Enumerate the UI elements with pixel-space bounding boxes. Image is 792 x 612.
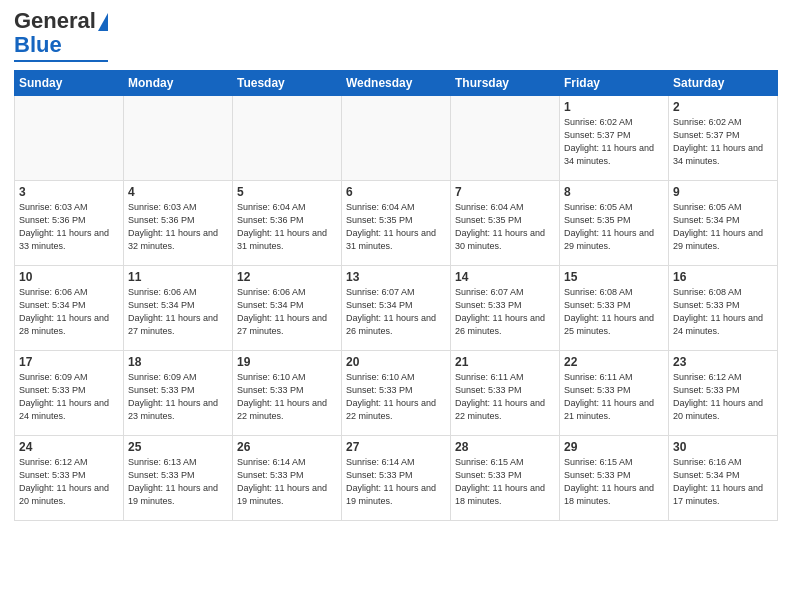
calendar-header-row: SundayMondayTuesdayWednesdayThursdayFrid…	[15, 71, 778, 96]
calendar-cell: 7Sunrise: 6:04 AMSunset: 5:35 PMDaylight…	[451, 181, 560, 266]
day-number: 30	[673, 440, 773, 454]
day-info: Sunrise: 6:03 AMSunset: 5:36 PMDaylight:…	[128, 201, 228, 253]
day-info: Sunrise: 6:06 AMSunset: 5:34 PMDaylight:…	[19, 286, 119, 338]
calendar-week-2: 3Sunrise: 6:03 AMSunset: 5:36 PMDaylight…	[15, 181, 778, 266]
day-info: Sunrise: 6:12 AMSunset: 5:33 PMDaylight:…	[19, 456, 119, 508]
calendar-cell	[451, 96, 560, 181]
day-info: Sunrise: 6:15 AMSunset: 5:33 PMDaylight:…	[455, 456, 555, 508]
calendar-cell	[124, 96, 233, 181]
calendar-cell	[233, 96, 342, 181]
weekday-header-monday: Monday	[124, 71, 233, 96]
day-number: 28	[455, 440, 555, 454]
header: General Blue	[14, 10, 778, 62]
day-info: Sunrise: 6:12 AMSunset: 5:33 PMDaylight:…	[673, 371, 773, 423]
day-info: Sunrise: 6:11 AMSunset: 5:33 PMDaylight:…	[564, 371, 664, 423]
day-number: 11	[128, 270, 228, 284]
calendar-cell: 20Sunrise: 6:10 AMSunset: 5:33 PMDayligh…	[342, 351, 451, 436]
calendar-cell: 21Sunrise: 6:11 AMSunset: 5:33 PMDayligh…	[451, 351, 560, 436]
day-number: 25	[128, 440, 228, 454]
calendar-cell: 3Sunrise: 6:03 AMSunset: 5:36 PMDaylight…	[15, 181, 124, 266]
weekday-header-friday: Friday	[560, 71, 669, 96]
calendar-cell: 24Sunrise: 6:12 AMSunset: 5:33 PMDayligh…	[15, 436, 124, 521]
day-info: Sunrise: 6:11 AMSunset: 5:33 PMDaylight:…	[455, 371, 555, 423]
day-info: Sunrise: 6:06 AMSunset: 5:34 PMDaylight:…	[128, 286, 228, 338]
day-info: Sunrise: 6:04 AMSunset: 5:35 PMDaylight:…	[346, 201, 446, 253]
day-number: 2	[673, 100, 773, 114]
day-number: 29	[564, 440, 664, 454]
day-number: 8	[564, 185, 664, 199]
calendar-cell	[342, 96, 451, 181]
calendar-cell: 14Sunrise: 6:07 AMSunset: 5:33 PMDayligh…	[451, 266, 560, 351]
day-number: 10	[19, 270, 119, 284]
calendar-cell: 11Sunrise: 6:06 AMSunset: 5:34 PMDayligh…	[124, 266, 233, 351]
day-number: 3	[19, 185, 119, 199]
day-info: Sunrise: 6:10 AMSunset: 5:33 PMDaylight:…	[237, 371, 337, 423]
day-info: Sunrise: 6:16 AMSunset: 5:34 PMDaylight:…	[673, 456, 773, 508]
day-info: Sunrise: 6:15 AMSunset: 5:33 PMDaylight:…	[564, 456, 664, 508]
page: General Blue SundayMondayTuesdayWednesda…	[0, 0, 792, 529]
day-number: 9	[673, 185, 773, 199]
day-number: 4	[128, 185, 228, 199]
day-number: 19	[237, 355, 337, 369]
calendar-cell: 28Sunrise: 6:15 AMSunset: 5:33 PMDayligh…	[451, 436, 560, 521]
day-number: 22	[564, 355, 664, 369]
calendar-cell: 16Sunrise: 6:08 AMSunset: 5:33 PMDayligh…	[669, 266, 778, 351]
day-number: 13	[346, 270, 446, 284]
day-number: 18	[128, 355, 228, 369]
day-info: Sunrise: 6:10 AMSunset: 5:33 PMDaylight:…	[346, 371, 446, 423]
day-info: Sunrise: 6:05 AMSunset: 5:35 PMDaylight:…	[564, 201, 664, 253]
calendar-cell: 18Sunrise: 6:09 AMSunset: 5:33 PMDayligh…	[124, 351, 233, 436]
calendar-cell: 25Sunrise: 6:13 AMSunset: 5:33 PMDayligh…	[124, 436, 233, 521]
day-number: 26	[237, 440, 337, 454]
day-number: 6	[346, 185, 446, 199]
weekday-header-saturday: Saturday	[669, 71, 778, 96]
calendar-cell: 12Sunrise: 6:06 AMSunset: 5:34 PMDayligh…	[233, 266, 342, 351]
calendar-cell: 27Sunrise: 6:14 AMSunset: 5:33 PMDayligh…	[342, 436, 451, 521]
day-number: 20	[346, 355, 446, 369]
calendar-cell: 5Sunrise: 6:04 AMSunset: 5:36 PMDaylight…	[233, 181, 342, 266]
day-number: 12	[237, 270, 337, 284]
calendar-cell	[15, 96, 124, 181]
day-number: 23	[673, 355, 773, 369]
day-info: Sunrise: 6:14 AMSunset: 5:33 PMDaylight:…	[346, 456, 446, 508]
day-number: 17	[19, 355, 119, 369]
weekday-header-wednesday: Wednesday	[342, 71, 451, 96]
logo: General Blue	[14, 10, 108, 62]
calendar-cell: 22Sunrise: 6:11 AMSunset: 5:33 PMDayligh…	[560, 351, 669, 436]
calendar-week-1: 1Sunrise: 6:02 AMSunset: 5:37 PMDaylight…	[15, 96, 778, 181]
day-info: Sunrise: 6:05 AMSunset: 5:34 PMDaylight:…	[673, 201, 773, 253]
calendar-cell: 23Sunrise: 6:12 AMSunset: 5:33 PMDayligh…	[669, 351, 778, 436]
calendar-week-3: 10Sunrise: 6:06 AMSunset: 5:34 PMDayligh…	[15, 266, 778, 351]
day-info: Sunrise: 6:09 AMSunset: 5:33 PMDaylight:…	[128, 371, 228, 423]
calendar-cell: 29Sunrise: 6:15 AMSunset: 5:33 PMDayligh…	[560, 436, 669, 521]
calendar-cell: 2Sunrise: 6:02 AMSunset: 5:37 PMDaylight…	[669, 96, 778, 181]
day-number: 27	[346, 440, 446, 454]
logo-triangle-icon	[98, 13, 108, 31]
calendar-cell: 13Sunrise: 6:07 AMSunset: 5:34 PMDayligh…	[342, 266, 451, 351]
day-info: Sunrise: 6:07 AMSunset: 5:34 PMDaylight:…	[346, 286, 446, 338]
day-info: Sunrise: 6:04 AMSunset: 5:35 PMDaylight:…	[455, 201, 555, 253]
calendar-cell: 9Sunrise: 6:05 AMSunset: 5:34 PMDaylight…	[669, 181, 778, 266]
day-number: 1	[564, 100, 664, 114]
day-info: Sunrise: 6:13 AMSunset: 5:33 PMDaylight:…	[128, 456, 228, 508]
day-number: 21	[455, 355, 555, 369]
calendar-week-5: 24Sunrise: 6:12 AMSunset: 5:33 PMDayligh…	[15, 436, 778, 521]
calendar: SundayMondayTuesdayWednesdayThursdayFrid…	[14, 70, 778, 521]
day-info: Sunrise: 6:09 AMSunset: 5:33 PMDaylight:…	[19, 371, 119, 423]
day-number: 16	[673, 270, 773, 284]
day-number: 14	[455, 270, 555, 284]
day-info: Sunrise: 6:03 AMSunset: 5:36 PMDaylight:…	[19, 201, 119, 253]
weekday-header-tuesday: Tuesday	[233, 71, 342, 96]
calendar-cell: 4Sunrise: 6:03 AMSunset: 5:36 PMDaylight…	[124, 181, 233, 266]
day-info: Sunrise: 6:02 AMSunset: 5:37 PMDaylight:…	[564, 116, 664, 168]
calendar-cell: 8Sunrise: 6:05 AMSunset: 5:35 PMDaylight…	[560, 181, 669, 266]
calendar-cell: 1Sunrise: 6:02 AMSunset: 5:37 PMDaylight…	[560, 96, 669, 181]
day-info: Sunrise: 6:06 AMSunset: 5:34 PMDaylight:…	[237, 286, 337, 338]
calendar-cell: 19Sunrise: 6:10 AMSunset: 5:33 PMDayligh…	[233, 351, 342, 436]
calendar-cell: 15Sunrise: 6:08 AMSunset: 5:33 PMDayligh…	[560, 266, 669, 351]
logo-general: General	[14, 10, 96, 32]
calendar-cell: 17Sunrise: 6:09 AMSunset: 5:33 PMDayligh…	[15, 351, 124, 436]
logo-blue-text: Blue	[14, 32, 62, 58]
day-info: Sunrise: 6:07 AMSunset: 5:33 PMDaylight:…	[455, 286, 555, 338]
day-info: Sunrise: 6:14 AMSunset: 5:33 PMDaylight:…	[237, 456, 337, 508]
